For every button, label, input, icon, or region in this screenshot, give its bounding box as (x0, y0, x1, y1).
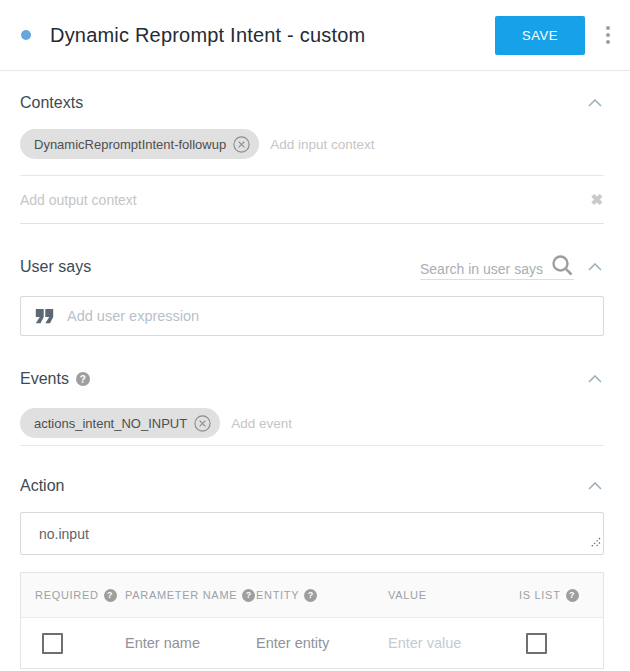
remove-event-icon[interactable] (194, 415, 211, 432)
contexts-section: Contexts DynamicRepromptIntent-followup … (20, 94, 604, 224)
chevron-up-icon[interactable] (586, 480, 604, 492)
clear-contexts-icon[interactable]: ✖ (589, 190, 604, 209)
add-output-context-field[interactable] (20, 192, 589, 208)
save-button[interactable]: SAVE (495, 16, 585, 55)
parameter-name-field[interactable] (125, 635, 242, 651)
search-user-says-input[interactable] (420, 261, 548, 277)
column-is-list: IS LIST ? (505, 589, 603, 602)
event-chip-label: actions_intent_NO_INPUT (34, 416, 187, 431)
column-required: REQUIRED ? (21, 589, 111, 602)
quote-icon (35, 309, 54, 324)
is-list-help-icon[interactable]: ? (566, 589, 579, 602)
action-section: Action no.input REQUIRED ? PARAMETER NAM… (20, 477, 604, 669)
add-user-expression-field[interactable] (67, 308, 589, 324)
column-parameter-name: PARAMETER NAME ? (111, 589, 242, 602)
intent-status-dot-icon (21, 30, 31, 40)
contexts-heading: Contexts (20, 94, 83, 112)
parameter-row (21, 618, 603, 668)
event-chip[interactable]: actions_intent_NO_INPUT (20, 408, 220, 438)
column-value: VALUE (374, 589, 505, 601)
page-title: Dynamic Reprompt Intent - custom (50, 24, 495, 47)
is-list-checkbox[interactable] (526, 633, 547, 654)
parameters-header-row: REQUIRED ? PARAMETER NAME ? ENTITY ? VAL… (21, 573, 603, 618)
user-says-section: User says (20, 253, 604, 336)
user-expression-box (20, 296, 604, 336)
divider (20, 445, 604, 446)
search-icon[interactable] (550, 253, 574, 277)
chevron-up-icon[interactable] (586, 373, 604, 385)
events-heading: Events (20, 370, 69, 388)
input-context-chip-label: DynamicRepromptIntent-followup (34, 137, 226, 152)
required-checkbox[interactable] (42, 633, 63, 654)
events-section: Events ? actions_intent_NO_INPUT (20, 370, 604, 446)
user-says-heading: User says (20, 258, 91, 276)
chevron-up-icon[interactable] (586, 97, 604, 109)
events-help-icon[interactable]: ? (76, 372, 90, 386)
more-options-icon[interactable] (600, 20, 616, 50)
action-heading: Action (20, 477, 64, 495)
action-name-input[interactable]: no.input (21, 513, 603, 554)
parameters-table: REQUIRED ? PARAMETER NAME ? ENTITY ? VAL… (20, 572, 604, 669)
remove-context-icon[interactable] (233, 136, 250, 153)
entity-field[interactable] (256, 635, 374, 651)
input-context-chip[interactable]: DynamicRepromptIntent-followup (20, 129, 259, 159)
value-field[interactable] (388, 635, 505, 651)
add-event-field[interactable] (231, 416, 604, 431)
entity-help-icon[interactable]: ? (304, 589, 317, 602)
column-entity: ENTITY ? (242, 589, 374, 602)
intent-header: Dynamic Reprompt Intent - custom SAVE (0, 0, 630, 71)
chevron-up-icon[interactable] (586, 261, 604, 273)
add-input-context-field[interactable] (270, 137, 604, 152)
